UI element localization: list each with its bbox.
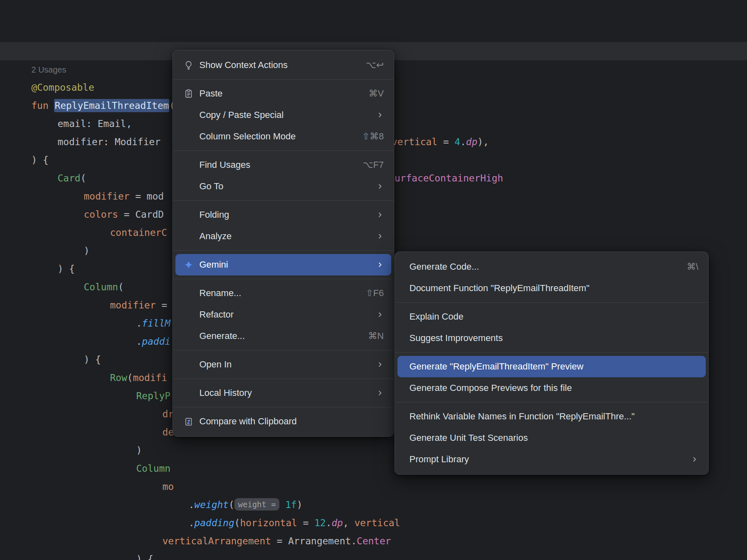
menu-item-copy-paste-special[interactable]: Copy / Paste Special — [175, 104, 391, 126]
code-token: ) — [84, 245, 90, 256]
menu-item-rename[interactable]: Rename...⇧F6 — [175, 282, 391, 304]
code-token: ReplyP — [136, 391, 170, 401]
code-token: modifier — [84, 191, 130, 202]
menu-item-column-selection-mode[interactable]: Column Selection Mode⇧⌘8 — [175, 126, 391, 147]
icon-placeholder — [184, 331, 194, 341]
compare-icon — [184, 416, 194, 426]
code-fragment: vertical = 4.dp), — [392, 133, 489, 151]
menu-item-generate[interactable]: Generate...⌘N — [175, 325, 391, 347]
menu-item-label: Go To — [199, 181, 365, 192]
code-token: dp — [331, 518, 343, 528]
code-token: padding — [194, 518, 234, 528]
code-token: ) { — [84, 354, 101, 365]
code-token: Column — [136, 463, 170, 474]
chevron-right-icon — [691, 456, 698, 463]
menu-item-shortcut: ⇧⌘8 — [362, 131, 384, 142]
menu-item-label: Column Selection Mode — [199, 131, 350, 142]
menu-item-prompt-library[interactable]: Prompt Library — [397, 449, 706, 470]
menu-item-generate-unit-test-scenarios[interactable]: Generate Unit Test Scenarios — [397, 427, 706, 449]
menu-item-find-usages[interactable]: Find Usages⌥F7 — [175, 154, 391, 176]
menu-item-generate-compose-previews-for-this-file[interactable]: Generate Compose Previews for this file — [397, 377, 706, 399]
menu-item-show-context-actions[interactable]: Show Context Actions⌥↩ — [175, 54, 391, 76]
menu-item-analyze[interactable]: Analyze — [175, 226, 391, 247]
code-token: urfaceContainerHigh — [395, 173, 503, 184]
menu-item-label: Document Function "ReplyEmailThreadItem" — [409, 283, 698, 294]
menu-item-shortcut: ⇧F6 — [366, 288, 384, 299]
menu-item-local-history[interactable]: Local History — [175, 382, 391, 404]
chevron-right-icon — [376, 233, 384, 240]
chevron-right-icon — [376, 183, 384, 190]
menu-item-document-function-replyemailthreaditem[interactable]: Document Function "ReplyEmailThreadItem" — [397, 278, 706, 299]
code-token: modifi — [133, 372, 167, 383]
code-token: horizontal — [240, 518, 297, 528]
menu-item-refactor[interactable]: Refactor — [175, 304, 391, 325]
code-token: ( — [234, 518, 240, 528]
menu-item-open-in[interactable]: Open In — [175, 354, 391, 375]
code-fragment: urfaceContainerHigh — [395, 169, 503, 187]
menu-separator — [173, 350, 393, 351]
chevron-right-icon — [376, 361, 384, 368]
code-line: .padding(horizontal = 12.dp, vertical — [0, 514, 747, 532]
icon-placeholder — [184, 310, 194, 320]
menu-separator — [173, 379, 393, 379]
code-token: mo — [163, 481, 174, 492]
code-token: email: Email, — [58, 118, 132, 129]
code-token: = Arrangement. — [271, 536, 357, 546]
menu-item-explain-code[interactable]: Explain Code — [397, 306, 706, 327]
menu-item-label: Generate Compose Previews for this file — [409, 383, 698, 393]
menu-item-label: Open In — [199, 359, 365, 370]
menu-item-label: Rename... — [199, 288, 354, 299]
code-token: ), — [478, 136, 489, 147]
menu-item-folding[interactable]: Folding — [175, 204, 391, 226]
code-token: = — [118, 209, 135, 220]
menu-item-suggest-improvements[interactable]: Suggest Improvements — [397, 327, 706, 349]
menu-item-label: Generate "ReplyEmailThreadItem" Preview — [409, 361, 698, 372]
code-token: . — [326, 518, 331, 528]
menu-item-generate-code[interactable]: Generate Code...⌘\ — [397, 256, 706, 278]
menu-item-generate-replyemailthreaditem-preview[interactable]: Generate "ReplyEmailThreadItem" Preview — [397, 356, 706, 377]
chevron-right-icon — [376, 311, 384, 318]
menu-item-shortcut: ⌘V — [369, 88, 384, 99]
code-token: ( — [80, 173, 86, 184]
icon-placeholder — [184, 288, 194, 298]
menu-item-gemini[interactable]: Gemini — [175, 254, 391, 275]
code-token: paddi — [142, 336, 170, 347]
code-token: ( — [118, 282, 124, 292]
menu-item-label: Folding — [199, 209, 365, 220]
menu-item-label: Prompt Library — [409, 454, 679, 465]
menu-item-label: Local History — [199, 388, 365, 398]
menu-separator — [173, 151, 393, 151]
icon-placeholder — [184, 132, 194, 141]
code-token: Row — [110, 372, 128, 383]
code-token: . — [189, 518, 194, 528]
code-token: 12 — [314, 518, 326, 528]
icon-placeholder — [184, 160, 194, 170]
menu-item-rethink-variable-names-in-function-replyemailthre[interactable]: Rethink Variable Names in Function "Repl… — [397, 406, 706, 427]
code-token: fillM — [142, 318, 170, 329]
icon-placeholder — [184, 110, 194, 120]
menu-item-label: Gemini — [199, 259, 365, 270]
chevron-right-icon — [376, 261, 384, 268]
menu-item-paste[interactable]: Paste⌘V — [175, 83, 391, 104]
code-token: modifier: Modifier — [58, 136, 161, 147]
code-token: mod — [147, 191, 164, 202]
inlay-parameter-hint: weight = — [234, 498, 280, 511]
code-token: ) { — [58, 264, 75, 274]
code-line: ) { — [0, 550, 747, 560]
menu-item-label: Paste — [199, 88, 357, 99]
chevron-right-icon — [376, 211, 384, 219]
code-token: ( — [229, 499, 234, 510]
code-token: ReplyEmailThreadItem — [54, 99, 169, 112]
menu-item-go-to[interactable]: Go To — [175, 176, 391, 197]
menu-item-label: Analyze — [199, 231, 365, 242]
menu-item-compare-with-clipboard[interactable]: Compare with Clipboard — [175, 411, 391, 432]
code-token: . — [460, 136, 466, 147]
code-line: verticalArrangement = Arrangement.Center — [0, 532, 747, 550]
code-token: @Composable — [31, 82, 94, 93]
menu-separator — [173, 279, 393, 279]
code-token: Card — [58, 173, 80, 184]
menu-item-label: Generate Code... — [409, 261, 675, 272]
gemini-submenu: Generate Code...⌘\Document Function "Rep… — [395, 252, 709, 475]
gemini-icon — [184, 260, 194, 270]
editor-context-menu: Show Context Actions⌥↩Paste⌘VCopy / Past… — [173, 50, 394, 437]
